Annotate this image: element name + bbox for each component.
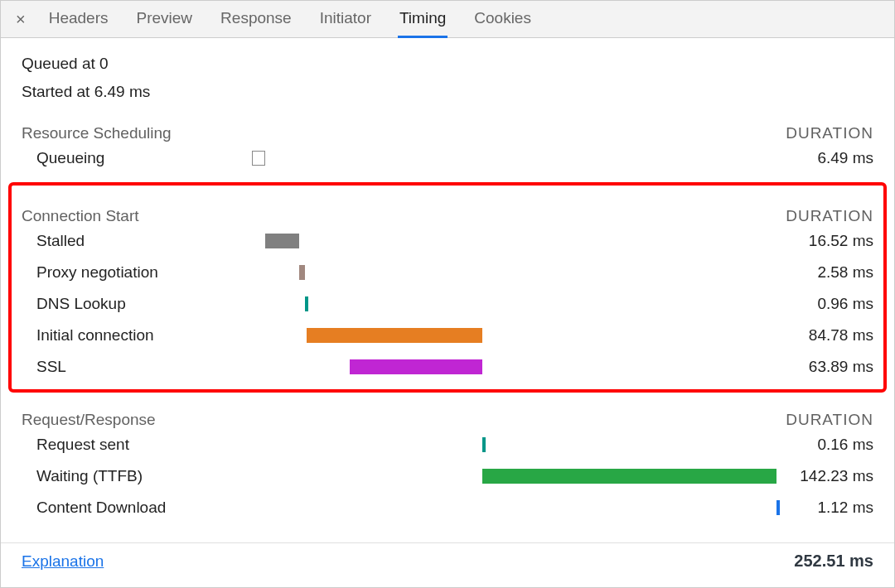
timing-row: Initial connection84.78 ms (22, 320, 873, 351)
row-duration: 142.23 ms (774, 467, 873, 485)
timing-bar (305, 296, 308, 311)
tab-timing[interactable]: Timing (398, 1, 448, 38)
tab-response[interactable]: Response (219, 1, 293, 38)
explanation-link[interactable]: Explanation (22, 552, 104, 571)
tab-headers[interactable]: Headers (47, 1, 110, 38)
row-label: Content Download (22, 499, 252, 517)
row-chart (252, 234, 774, 248)
timing-row: Waiting (TTFB)142.23 ms (22, 460, 873, 492)
tab-initiator[interactable]: Initiator (318, 1, 373, 38)
row-duration: 1.12 ms (774, 499, 873, 517)
close-icon[interactable]: × (1, 2, 41, 36)
timing-bar (299, 265, 304, 280)
row-duration: 63.89 ms (774, 358, 873, 376)
row-label: Waiting (TTFB) (22, 467, 252, 485)
row-chart (252, 500, 774, 515)
timing-row: SSL63.89 ms (22, 351, 873, 383)
row-duration: 84.78 ms (774, 326, 873, 345)
row-chart (252, 359, 774, 374)
row-duration: 16.52 ms (774, 232, 873, 250)
section-header: Request/ResponseDURATION (22, 411, 873, 429)
section-header: Resource SchedulingDURATION (22, 124, 873, 142)
timing-row: Request sent0.16 ms (22, 429, 873, 460)
timing-row: Stalled16.52 ms (22, 225, 873, 257)
tab-cookies[interactable]: Cookies (472, 1, 533, 38)
row-duration: 6.49 ms (774, 149, 873, 167)
timing-bar (482, 469, 776, 484)
tabs: HeadersPreviewResponseInitiatorTimingCoo… (41, 1, 533, 38)
row-label: Queueing (22, 149, 252, 167)
row-label: Proxy negotiation (22, 263, 252, 282)
row-duration: 2.58 ms (774, 263, 873, 282)
total-duration: 252.51 ms (794, 552, 873, 571)
panel-body: Queued at 0 Started at 6.49 ms Resource … (1, 38, 894, 523)
timing-row: Content Download1.12 ms (22, 492, 873, 523)
timing-bar (482, 437, 486, 452)
row-chart (252, 328, 774, 343)
queued-at-line: Queued at 0 (22, 50, 873, 78)
section-resource-scheduling: Resource SchedulingDURATIONQueueing6.49 … (22, 124, 873, 174)
tab-preview[interactable]: Preview (135, 1, 195, 38)
row-duration: 0.16 ms (774, 436, 873, 454)
row-chart (252, 296, 774, 311)
timing-bar (776, 500, 780, 515)
row-chart (252, 469, 774, 484)
timing-bar (252, 151, 265, 166)
timing-bar (307, 328, 482, 343)
section-title: Resource Scheduling (22, 124, 172, 142)
tabbar: × HeadersPreviewResponseInitiatorTimingC… (1, 1, 894, 38)
row-chart (252, 265, 774, 280)
duration-label: DURATION (786, 207, 873, 225)
timing-panel: × HeadersPreviewResponseInitiatorTimingC… (0, 0, 895, 588)
duration-label: DURATION (786, 124, 873, 142)
row-label: Initial connection (22, 326, 252, 345)
timing-bar (265, 234, 299, 248)
row-chart (252, 151, 774, 166)
timing-row: Proxy negotiation2.58 ms (22, 257, 873, 288)
timing-row: Queueing6.49 ms (22, 142, 873, 174)
timing-bar (350, 359, 481, 374)
row-label: SSL (22, 358, 252, 376)
row-label: DNS Lookup (22, 295, 252, 313)
row-duration: 0.96 ms (774, 295, 873, 313)
row-label: Request sent (22, 436, 252, 454)
section-title: Connection Start (22, 207, 139, 225)
footer: Explanation 252.51 ms (1, 542, 894, 579)
duration-label: DURATION (786, 411, 873, 429)
timing-row: DNS Lookup0.96 ms (22, 288, 873, 320)
section-header: Connection StartDURATION (22, 207, 873, 225)
section-request-response: Request/ResponseDURATIONRequest sent0.16… (22, 411, 873, 523)
row-label: Stalled (22, 232, 252, 250)
row-chart (252, 437, 774, 452)
section-title: Request/Response (22, 411, 156, 429)
started-at-line: Started at 6.49 ms (22, 78, 873, 106)
section-connection-start: Connection StartDURATIONStalled16.52 msP… (8, 182, 887, 393)
